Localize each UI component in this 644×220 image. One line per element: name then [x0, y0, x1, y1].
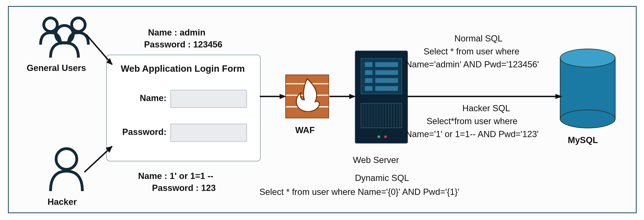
dynamic-sql-label: Dynamic SQL: [355, 172, 409, 183]
mysql-icon: [560, 49, 616, 128]
svg-marker-9: [280, 94, 286, 99]
svg-point-3: [56, 149, 77, 169]
waf-label: WAF: [295, 124, 315, 136]
hacker-icon: [46, 146, 86, 192]
name-input[interactable]: [170, 90, 247, 108]
hacker-label: Hacker: [48, 196, 77, 207]
hacker-sql-line2: Name='1' or 1=1-- AND Pwd='123': [406, 128, 538, 140]
cred-hacker-name: Name : 1' or 1=1 --: [138, 170, 214, 181]
cred-normal-name: Name : admin: [148, 27, 206, 38]
password-label: Password:: [119, 127, 166, 137]
arrow-waf-to-server: [330, 92, 357, 100]
svg-marker-11: [349, 94, 356, 99]
diagram-frame: General Users Hacker Name : admin Passwo…: [8, 6, 637, 213]
normal-sql-line1: Select * from user where: [424, 46, 520, 57]
hacker-sql-line1: Select*from user where: [426, 115, 518, 127]
dynamic-sql-text: Select * from user where Name='{0}' AND …: [260, 186, 459, 197]
waf-icon: [285, 75, 329, 118]
general-users-label: General Users: [27, 62, 86, 74]
arrow-users-to-form: [84, 33, 120, 73]
web-server-icon: [355, 51, 408, 143]
svg-point-1: [72, 18, 85, 32]
cred-normal-pwd: Password : 123456: [144, 39, 222, 50]
normal-sql-title: Normal SQL: [454, 33, 502, 44]
hacker-sql-title: Hacker SQL: [462, 102, 510, 114]
normal-sql-line2: Name='admin' AND Pwd='123456': [406, 59, 539, 70]
password-input[interactable]: [170, 124, 247, 142]
web-server-label: Web Server: [353, 154, 399, 166]
mysql-label: MySQL: [568, 134, 598, 146]
name-label: Name:: [119, 93, 166, 103]
cred-hacker-pwd: Password : 123: [152, 182, 216, 193]
arrow-server-to-db: [407, 92, 564, 100]
login-form: Web Application Login Form Name: Passwor…: [106, 55, 260, 161]
svg-marker-13: [556, 94, 562, 99]
svg-point-0: [44, 18, 57, 32]
arrow-form-to-waf: [260, 92, 288, 100]
login-form-title: Web Application Login Form: [121, 63, 245, 74]
arrow-hacker-to-form: [82, 142, 122, 176]
